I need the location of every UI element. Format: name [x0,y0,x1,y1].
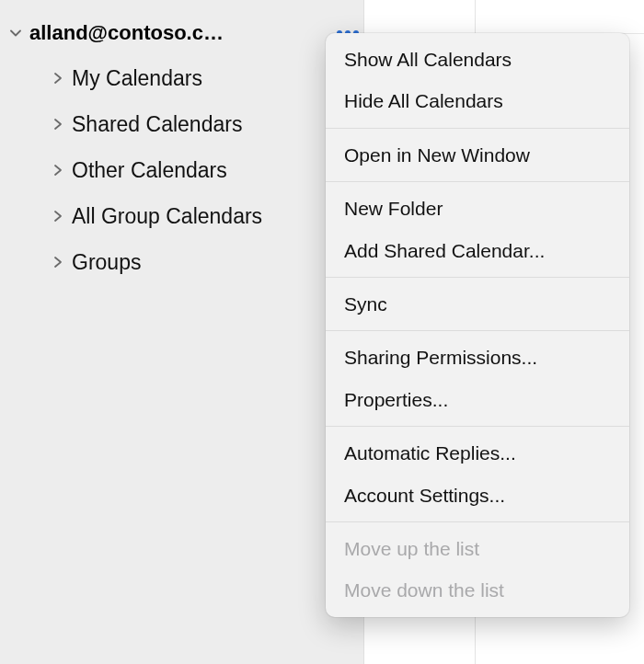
sidebar-item-my-calendars[interactable]: My Calendars [0,55,363,101]
menu-item-automatic-replies[interactable]: Automatic Replies... [326,432,629,474]
chevron-right-icon [48,206,68,226]
menu-item-account-settings[interactable]: Account Settings... [326,475,629,516]
menu-item-new-folder[interactable]: New Folder [326,188,629,229]
menu-separator [326,521,629,522]
sidebar-item-label: My Calendars [72,66,202,91]
menu-separator [326,426,629,427]
chevron-down-icon [6,23,26,43]
chevron-right-icon [48,160,68,180]
sidebar-item-label: Shared Calendars [72,112,242,137]
menu-separator [326,277,629,278]
menu-item-open-in-new-window[interactable]: Open in New Window [326,134,629,176]
menu-item-hide-all-calendars[interactable]: Hide All Calendars [326,80,629,121]
sidebar-item-groups[interactable]: Groups [0,239,363,285]
chevron-right-icon [48,114,68,134]
menu-separator [326,181,629,182]
calendar-sidebar: alland@contoso.c… My Calendars Shared Ca… [0,0,363,664]
chevron-right-icon [48,68,68,88]
menu-item-add-shared-calendar[interactable]: Add Shared Calendar... [326,230,629,271]
sidebar-item-shared-calendars[interactable]: Shared Calendars [0,101,363,147]
sidebar-item-all-group-calendars[interactable]: All Group Calendars [0,193,363,239]
sidebar-item-other-calendars[interactable]: Other Calendars [0,147,363,193]
account-header-row[interactable]: alland@contoso.c… [0,17,363,50]
menu-item-sharing-permissions[interactable]: Sharing Permissions... [326,337,629,378]
menu-item-move-down: Move down the list [326,569,629,611]
menu-item-show-all-calendars[interactable]: Show All Calendars [326,39,629,80]
sidebar-item-label: Groups [72,250,141,275]
menu-separator [326,128,629,129]
account-context-menu: Show All Calendars Hide All Calendars Op… [326,33,629,617]
menu-separator [326,330,629,331]
calendar-tree: My Calendars Shared Calendars Other Cale… [0,50,363,285]
sidebar-item-label: Other Calendars [72,158,227,183]
menu-item-properties[interactable]: Properties... [326,379,629,420]
menu-item-sync[interactable]: Sync [326,283,629,325]
account-email-label: alland@contoso.c… [26,21,332,45]
sidebar-item-label: All Group Calendars [72,204,262,229]
chevron-right-icon [48,252,68,272]
menu-item-move-up: Move up the list [326,528,629,569]
